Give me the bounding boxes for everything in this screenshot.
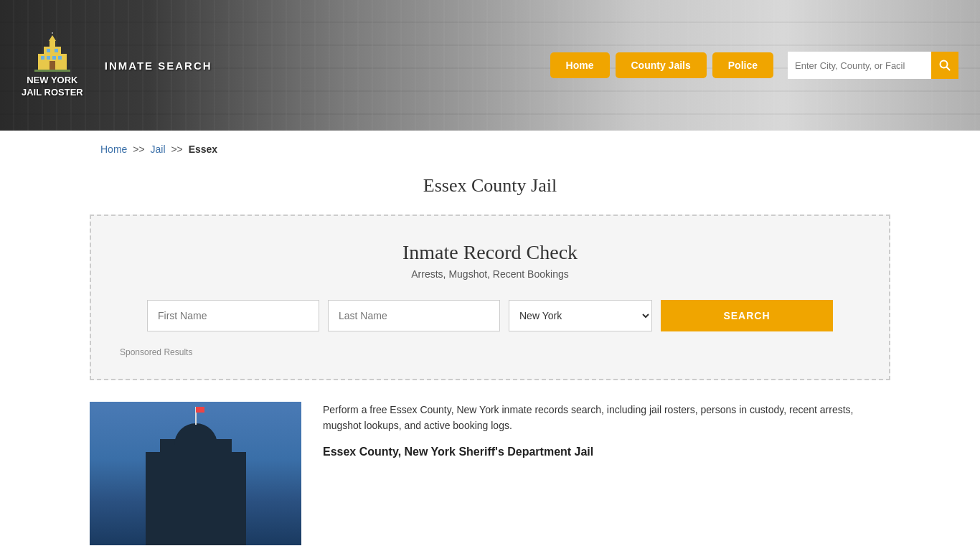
- site-header: NEW YORK JAIL ROSTER INMATE SEARCH Home …: [0, 0, 980, 131]
- svg-marker-3: [49, 35, 56, 41]
- svg-rect-9: [55, 49, 58, 52]
- record-check-section: Inmate Record Check Arrests, Mugshot, Re…: [90, 215, 890, 380]
- flag: [196, 407, 204, 413]
- breadcrumb-current: Essex: [189, 143, 217, 155]
- record-search-button[interactable]: SEARCH: [661, 300, 833, 331]
- last-name-input[interactable]: [328, 300, 500, 331]
- content-subheading: Essex County, New York Sheriff's Departm…: [323, 443, 890, 461]
- content-image: [90, 402, 301, 545]
- content-paragraph-1: Perform a free Essex County, New York in…: [323, 402, 890, 434]
- record-check-title: Inmate Record Check: [120, 241, 860, 264]
- svg-rect-4: [41, 56, 44, 60]
- nav-police-button[interactable]: Police: [712, 52, 773, 78]
- svg-rect-8: [47, 49, 50, 52]
- content-text: Perform a free Essex County, New York in…: [323, 402, 890, 465]
- header-search-input[interactable]: [788, 52, 931, 79]
- header-search-button[interactable]: [931, 52, 958, 79]
- first-name-input[interactable]: [147, 300, 319, 331]
- breadcrumb-sep-1: >>: [133, 143, 144, 155]
- logo-area: NEW YORK JAIL ROSTER: [22, 32, 83, 99]
- svg-rect-12: [34, 70, 70, 72]
- building-dome: [174, 423, 217, 445]
- inmate-search-label: INMATE SEARCH: [105, 60, 212, 72]
- svg-rect-7: [58, 56, 62, 60]
- svg-rect-10: [50, 61, 55, 70]
- search-icon: [939, 60, 951, 71]
- breadcrumb-home-link[interactable]: Home: [100, 143, 127, 155]
- building-silhouette: [146, 452, 246, 545]
- nav-county-jails-button[interactable]: County Jails: [616, 52, 707, 78]
- logo-icon: [31, 32, 74, 72]
- svg-rect-6: [52, 56, 56, 60]
- svg-rect-2: [50, 41, 55, 48]
- sponsored-results-label: Sponsored Results: [120, 347, 860, 357]
- svg-rect-5: [47, 56, 50, 60]
- search-fields: New York Alabama Alaska California Flori…: [120, 300, 860, 331]
- breadcrumb-sep-2: >>: [171, 143, 182, 155]
- breadcrumb: Home >> Jail >> Essex: [0, 131, 980, 168]
- content-section: Perform a free Essex County, New York in…: [90, 402, 890, 545]
- logo-text: NEW YORK JAIL ROSTER: [22, 75, 83, 99]
- main-nav: Home County Jails Police: [550, 52, 773, 78]
- nav-home-button[interactable]: Home: [550, 52, 610, 78]
- svg-line-14: [947, 67, 950, 70]
- page-title: Essex County Jail: [0, 175, 980, 197]
- breadcrumb-jail-link[interactable]: Jail: [151, 143, 166, 155]
- state-select[interactable]: New York Alabama Alaska California Flori…: [509, 300, 652, 331]
- header-search-area: [788, 52, 958, 79]
- record-check-subtitle: Arrests, Mugshot, Recent Bookings: [120, 268, 860, 280]
